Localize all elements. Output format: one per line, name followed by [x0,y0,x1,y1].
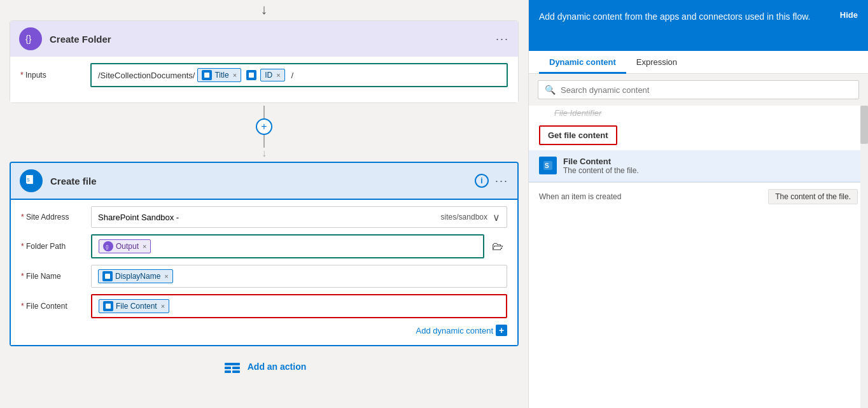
displayname-pill: DisplayName × [98,269,173,283]
svg-text:S: S [545,162,549,169]
title-pill: Title × [197,68,241,82]
svg-rect-1 [204,73,209,78]
dynamic-content-header: Add dynamic content from the apps and co… [529,0,868,51]
folder-browse-button[interactable]: 🗁 [488,237,507,256]
tab-expression[interactable]: Expression [626,51,687,74]
add-dynamic-plus[interactable]: + [496,325,507,336]
output-pill: {} Output × [99,239,151,253]
add-action-label: Add an action [248,362,307,372]
bottom-row: When an item is created The content of t… [529,182,868,211]
svg-rect-10 [225,367,231,369]
svg-text:{}: {} [25,34,32,44]
displayname-pill-close[interactable]: × [164,272,168,280]
inputs-label: Inputs [20,71,90,80]
create-file-menu[interactable]: ··· [495,174,508,188]
site-address-row: Site Address SharePoint Sandbox - sites/… [21,206,507,228]
inputs-path-prefix: /SiteCollectionDocuments/ [98,71,195,80]
tabs-row: Dynamic content Expression [529,51,868,74]
top-arrow: ↓ [261,1,268,18]
file-content-title: File Content [563,157,858,166]
output-pill-icon: {} [103,241,113,251]
search-box: 🔍 [538,80,859,99]
site-address-suffix: sites/sandbox [441,213,487,222]
hide-link[interactable]: Hide [840,10,858,20]
create-file-card: S Create file i ··· Site Address SharePo… [10,162,519,346]
add-dynamic-label: Add dynamic content [416,326,493,335]
svg-rect-7 [105,274,110,279]
site-address-label: Site Address [21,213,91,222]
file-content-item-icon: S [539,157,557,174]
displayname-pill-icon [102,271,113,281]
id-pill-label: ID [265,71,272,80]
file-name-field[interactable]: DisplayName × [91,265,507,288]
svg-rect-2 [249,73,254,78]
id-pill: ID × [260,69,284,81]
get-file-content-box[interactable]: Get file content [539,125,617,145]
title-pill-icon [202,70,212,80]
file-content-field[interactable]: File Content × [91,294,507,318]
file-name-row: File Name DisplayName × [21,265,507,288]
svg-rect-8 [106,304,111,309]
right-panel: Add dynamic content from the apps and co… [528,0,868,408]
search-icon: 🔍 [545,85,556,95]
file-content-label: File Content [21,302,91,311]
svg-rect-9 [225,363,240,365]
bottom-when-text: When an item is created [539,192,621,201]
file-content-pill: File Content × [99,299,169,313]
svg-text:S: S [27,178,30,182]
get-file-content-row: Get file content [529,120,868,150]
file-content-row: File Content File Content × [21,294,507,318]
folder-path-container: {} Output × 🗁 [91,234,507,258]
create-file-header: S Create file i ··· [11,163,517,200]
file-content-pill-label: File Content [116,302,157,311]
scrollbar-track[interactable] [860,106,868,408]
folder-path-label: Folder Path [21,242,91,251]
create-file-title: Create file [50,176,475,186]
create-folder-icon: {} [19,27,42,50]
file-content-desc: The content of the file. [563,166,858,175]
site-address-chevron[interactable]: ∨ [493,211,500,223]
add-action-icon [222,356,242,377]
create-folder-card: {} Create Folder ··· Inputs /SiteCollect… [10,20,519,103]
id-pill-close[interactable]: × [276,71,280,79]
file-content-pill-close[interactable]: × [161,302,165,310]
svg-rect-11 [232,367,240,369]
title-pill-label: Title [214,71,228,80]
add-dynamic-link[interactable]: Add dynamic content + [416,325,507,336]
connector-1: + ↓ [256,106,272,159]
file-content-text-block: File Content The content of the file. [563,157,858,175]
create-file-info[interactable]: i [475,174,489,188]
file-name-label: File Name [21,272,91,281]
connector-line-1 [263,106,265,118]
id-pill-icon [246,70,256,80]
create-folder-title: Create Folder [50,34,496,45]
left-panel: ↓ {} Create Folder ··· Inputs /SiteColle… [0,0,528,408]
svg-rect-13 [232,370,240,373]
tab-dynamic-content[interactable]: Dynamic content [539,51,626,74]
create-folder-menu[interactable]: ··· [496,32,509,46]
inputs-row: Inputs /SiteCollectionDocuments/ Title × [20,63,508,87]
folder-path-field[interactable]: {} Output × [91,234,484,258]
output-pill-close[interactable]: × [143,243,146,250]
inputs-suffix: / [291,71,294,80]
output-pill-label: Output [116,242,139,251]
file-identifier-label: File Identifier [554,108,601,118]
dynamic-content-list: File Identifier Get file content S File … [529,106,868,408]
site-address-value: SharePoint Sandbox - [98,213,179,222]
svg-text:{}: {} [106,244,109,250]
file-content-item[interactable]: S File Content The content of the file. [529,150,868,182]
add-action-row[interactable]: Add an action [222,356,307,377]
folder-path-row: Folder Path {} Output × 🗁 [21,234,507,258]
dynamic-list-inner: File Identifier Get file content S File … [529,106,868,211]
site-address-field[interactable]: SharePoint Sandbox - sites/sandbox ∨ [91,206,507,228]
scrollbar-thumb[interactable] [860,106,868,144]
title-pill-close[interactable]: × [233,71,237,79]
inputs-field[interactable]: /SiteCollectionDocuments/ Title × ID × [90,63,508,87]
create-file-icon: S [20,169,43,192]
search-dynamic-input[interactable] [561,85,852,95]
file-identifier-item: File Identifier [529,106,868,120]
dynamic-content-header-text: Add dynamic content from the apps and co… [539,10,830,24]
search-box-row: 🔍 [529,74,868,106]
file-content-pill-icon [103,301,113,311]
add-step-button[interactable]: + [256,118,272,135]
